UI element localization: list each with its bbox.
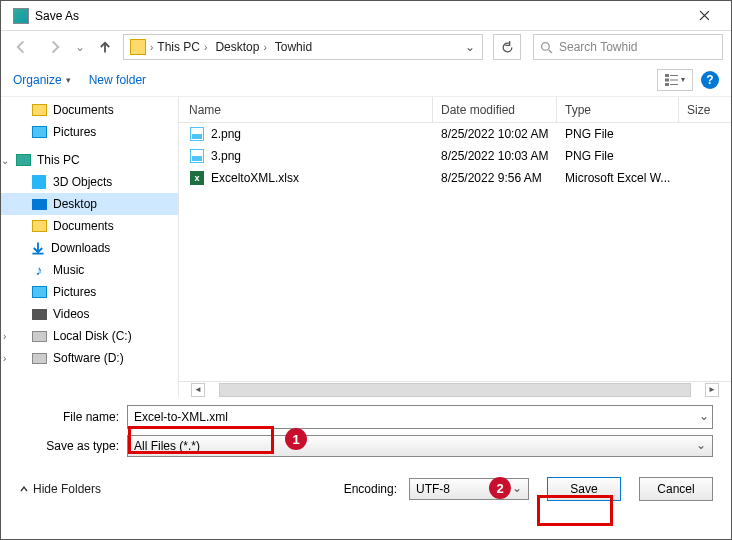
- sidebar-label: Videos: [53, 307, 89, 321]
- sidebar-item-localdisk[interactable]: ›Local Disk (C:): [1, 325, 178, 347]
- sidebar-item-desktop[interactable]: Desktop: [1, 193, 178, 215]
- search-input[interactable]: Search Towhid: [533, 34, 723, 60]
- sidebar-label: 3D Objects: [53, 175, 112, 189]
- encoding-value: UTF-8: [416, 482, 450, 496]
- column-name[interactable]: Name: [179, 97, 433, 122]
- search-icon: [540, 41, 553, 54]
- documents-icon: [32, 220, 47, 232]
- file-list[interactable]: 2.png 8/25/2022 10:02 AM PNG File 3.png …: [179, 123, 731, 381]
- refresh-icon: [501, 41, 514, 54]
- organize-menu[interactable]: Organize ▾: [13, 73, 71, 87]
- sidebar-label: Documents: [53, 103, 114, 117]
- form-area: File name: ⌄ Save as type: All Files (*.…: [1, 397, 731, 469]
- sidebar-item-software[interactable]: ›Software (D:): [1, 347, 178, 369]
- sidebar-label: Pictures: [53, 285, 96, 299]
- hide-folders-button[interactable]: Hide Folders: [19, 482, 101, 496]
- folder-icon: [32, 104, 47, 116]
- sidebar-item-pictures2[interactable]: Pictures: [1, 281, 178, 303]
- svg-rect-1: [665, 74, 669, 77]
- filename-input[interactable]: [127, 405, 713, 429]
- file-date: 8/25/2022 10:02 AM: [433, 127, 557, 141]
- address-bar[interactable]: › This PC› Desktop› Towhid ⌄: [123, 34, 483, 60]
- file-name: 3.png: [211, 149, 241, 163]
- back-button[interactable]: [9, 34, 35, 60]
- history-dropdown[interactable]: ⌄: [73, 40, 87, 54]
- desktop-icon: [32, 199, 47, 210]
- navbar: ⌄ › This PC› Desktop› Towhid ⌄ Search To…: [1, 31, 731, 63]
- collapse-icon[interactable]: ⌄: [1, 155, 11, 166]
- music-icon: ♪: [31, 262, 47, 278]
- column-type[interactable]: Type: [557, 97, 679, 122]
- encoding-label: Encoding:: [344, 482, 397, 496]
- breadcrumb-seg-label: Desktop: [215, 40, 259, 54]
- window-title: Save As: [9, 9, 685, 23]
- breadcrumb-desktop[interactable]: Desktop›: [211, 40, 270, 54]
- close-button[interactable]: [685, 4, 723, 28]
- sidebar-item-music[interactable]: ♪Music: [1, 259, 178, 281]
- drive-icon: [32, 331, 47, 342]
- save-button[interactable]: Save: [547, 477, 621, 501]
- pc-icon: [16, 154, 31, 166]
- saveastype-label: Save as type:: [19, 439, 127, 453]
- sidebar-item-thispc[interactable]: ⌄This PC: [1, 149, 178, 171]
- refresh-button[interactable]: [493, 34, 521, 60]
- sidebar-item-videos[interactable]: Videos: [1, 303, 178, 325]
- sidebar-label: Software (D:): [53, 351, 124, 365]
- file-row[interactable]: xExceltoXML.xlsx 8/25/2022 9:56 AM Micro…: [179, 167, 731, 189]
- pictures-icon: [32, 286, 47, 298]
- toolbar: Organize ▾ New folder ▾ ?: [1, 63, 731, 97]
- bottom-bar: Hide Folders Encoding: UTF-8 Save Cancel: [1, 469, 731, 509]
- column-headers: Name Date modified Type Size: [179, 97, 731, 123]
- svg-rect-3: [665, 83, 669, 86]
- sidebar-item-documents[interactable]: Documents: [1, 99, 178, 121]
- file-name: 2.png: [211, 127, 241, 141]
- svg-rect-2: [665, 78, 669, 81]
- file-name: ExceltoXML.xlsx: [211, 171, 299, 185]
- forward-button[interactable]: [41, 34, 67, 60]
- up-button[interactable]: [93, 35, 117, 59]
- encoding-combo[interactable]: UTF-8: [409, 478, 529, 500]
- annotation-badge-2: 2: [489, 477, 511, 499]
- file-row[interactable]: 2.png 8/25/2022 10:02 AM PNG File: [179, 123, 731, 145]
- sidebar-label: Pictures: [53, 125, 96, 139]
- search-placeholder: Search Towhid: [559, 40, 638, 54]
- file-type: Microsoft Excel W...: [557, 171, 679, 185]
- annotation-badge-1: 1: [285, 428, 307, 450]
- drive-icon: [32, 353, 47, 364]
- chevron-down-icon[interactable]: ⌄: [699, 409, 709, 423]
- sidebar-label: Music: [53, 263, 84, 277]
- view-options-button[interactable]: ▾: [657, 69, 693, 91]
- sidebar-item-downloads[interactable]: Downloads: [1, 237, 178, 259]
- scroll-left-button[interactable]: ◄: [191, 383, 205, 397]
- sidebar-label: Local Disk (C:): [53, 329, 132, 343]
- excel-icon: x: [190, 171, 204, 185]
- file-row[interactable]: 3.png 8/25/2022 10:03 AM PNG File: [179, 145, 731, 167]
- breadcrumb-seg-label: Towhid: [275, 40, 312, 54]
- filename-label: File name:: [19, 410, 127, 424]
- cancel-button[interactable]: Cancel: [639, 477, 713, 501]
- new-folder-button[interactable]: New folder: [89, 73, 146, 87]
- breadcrumb-towhid[interactable]: Towhid: [271, 40, 316, 54]
- saveastype-value: All Files (*.*): [134, 439, 200, 453]
- column-size[interactable]: Size: [679, 103, 731, 117]
- expand-icon[interactable]: ›: [3, 331, 13, 342]
- address-dropdown[interactable]: ⌄: [460, 35, 480, 59]
- sidebar-label: Documents: [53, 219, 114, 233]
- sidebar-item-documents2[interactable]: Documents: [1, 215, 178, 237]
- expand-icon[interactable]: ›: [3, 353, 13, 364]
- saveastype-combo[interactable]: All Files (*.*): [127, 435, 713, 457]
- breadcrumb-seg-label: This PC: [157, 40, 200, 54]
- scroll-right-button[interactable]: ►: [705, 383, 719, 397]
- pictures-icon: [32, 126, 47, 138]
- help-button[interactable]: ?: [701, 71, 719, 89]
- breadcrumb-thispc[interactable]: This PC›: [153, 40, 211, 54]
- sidebar-item-pictures[interactable]: Pictures: [1, 121, 178, 143]
- hide-folders-label: Hide Folders: [33, 482, 101, 496]
- horizontal-scrollbar[interactable]: ◄ ►: [179, 381, 731, 397]
- sidebar-item-3dobjects[interactable]: 3D Objects: [1, 171, 178, 193]
- downloads-icon: [31, 241, 45, 255]
- scrollbar-track[interactable]: [219, 383, 691, 397]
- file-date: 8/25/2022 9:56 AM: [433, 171, 557, 185]
- column-date[interactable]: Date modified: [433, 97, 557, 122]
- file-pane: Name Date modified Type Size 2.png 8/25/…: [179, 97, 731, 397]
